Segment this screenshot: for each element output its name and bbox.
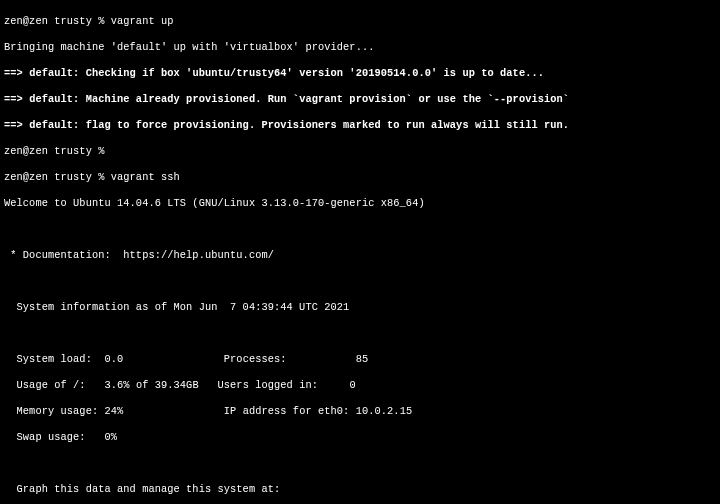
- shell-prompt: zen@zen trusty %: [4, 145, 716, 158]
- blank: [4, 327, 716, 340]
- command: vagrant ssh: [111, 171, 180, 183]
- command: vagrant up: [111, 15, 174, 27]
- output-line: default: Checking if box 'ubuntu/trusty6…: [29, 67, 544, 79]
- shell-prompt: zen@zen trusty %: [4, 171, 111, 183]
- stat-row: Usage of /: 3.6% of 39.34GB Users logged…: [4, 379, 716, 392]
- arrow-icon: ==>: [4, 119, 29, 131]
- stat-row: Swap usage: 0%: [4, 431, 716, 444]
- shell-prompt: zen@zen trusty %: [4, 15, 111, 27]
- stat-row: System load: 0.0 Processes: 85: [4, 353, 716, 366]
- arrow-icon: ==>: [4, 67, 29, 79]
- terminal-window[interactable]: zen@zen trusty % vagrant up Bringing mac…: [0, 0, 720, 504]
- blank: [4, 223, 716, 236]
- blank: [4, 457, 716, 470]
- blank: [4, 275, 716, 288]
- output-line: * Documentation: https://help.ubuntu.com…: [4, 249, 716, 262]
- output-line: Welcome to Ubuntu 14.04.6 LTS (GNU/Linux…: [4, 197, 716, 210]
- output-line: Bringing machine 'default' up with 'virt…: [4, 41, 716, 54]
- arrow-icon: ==>: [4, 93, 29, 105]
- output-line: default: flag to force provisioning. Pro…: [29, 119, 569, 131]
- output-line: System information as of Mon Jun 7 04:39…: [4, 301, 716, 314]
- output-line: default: Machine already provisioned. Ru…: [29, 93, 569, 105]
- output-line: Graph this data and manage this system a…: [4, 483, 716, 496]
- stat-row: Memory usage: 24% IP address for eth0: 1…: [4, 405, 716, 418]
